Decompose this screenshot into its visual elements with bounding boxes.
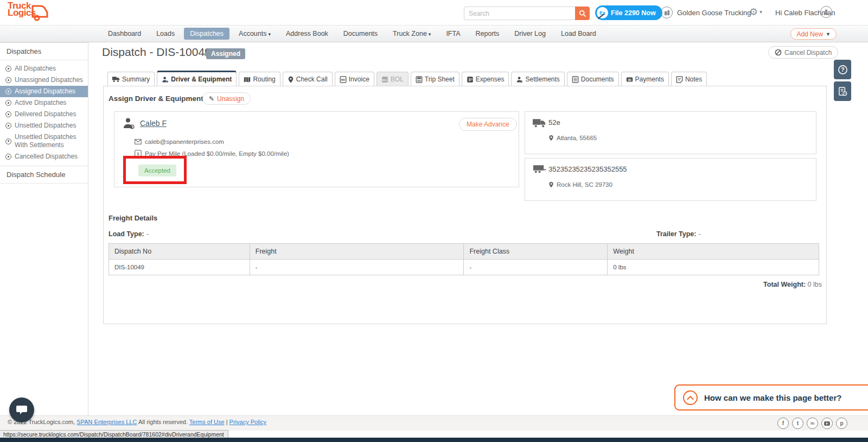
assign-section-heading: Assign Driver & Equipment — [108, 94, 203, 103]
bol-icon: BOL — [381, 76, 388, 83]
tab-documents[interactable]: Documents — [567, 72, 619, 87]
tab-notes[interactable]: Notes — [671, 72, 707, 87]
radio-target-icon — [5, 77, 11, 83]
sidebar-item-unassigned-dispatches[interactable]: Unassigned Dispatches — [0, 74, 88, 86]
search-button[interactable] — [575, 7, 590, 20]
bottom-bar — [0, 438, 868, 442]
tab-payments[interactable]: ($) Payments — [621, 72, 669, 87]
notes-icon — [676, 76, 683, 83]
linkedin-icon[interactable]: in — [807, 418, 818, 429]
trailer-location: Rock Hill, SC 29730 — [557, 181, 612, 188]
cell-dispatch-no: DIS-10049 — [109, 260, 250, 275]
chat-bubble-icon — [16, 405, 28, 415]
make-advance-button[interactable]: Make Advance — [459, 118, 517, 131]
total-weight: Total Weight: 0 lbs — [651, 281, 822, 288]
driver-email: caleb@spanenterprises.com — [145, 138, 224, 145]
nav-truck-zone[interactable]: Truck Zone▾ — [387, 28, 437, 40]
documents-icon — [572, 76, 579, 83]
tab-expenses[interactable]: $ Expenses — [462, 72, 509, 87]
radio-target-icon — [5, 154, 11, 160]
truck-location-row: Atlanta, 55665 — [548, 135, 597, 141]
sidebar-item-all-dispatches[interactable]: All Dispatches — [0, 63, 88, 74]
nav-address-book[interactable]: Address Book — [280, 28, 334, 40]
sidebar-section-dispatch-schedule[interactable]: Dispatch Schedule — [0, 166, 88, 184]
driver-pay-row: $ Pay Per Mile (Loaded $0.00/mile, Empty… — [135, 150, 289, 157]
radio-target-icon — [5, 138, 11, 144]
truck-icon — [533, 118, 546, 128]
sidebar-item-cancelled-dispatches[interactable]: Cancelled Dispatches — [0, 151, 88, 162]
nav-driver-log[interactable]: Driver Log — [508, 28, 552, 40]
driver-name-link[interactable]: Caleb F — [140, 119, 167, 128]
trailer-name[interactable]: 35235235235235352555 — [548, 165, 627, 173]
tab-routing[interactable]: Routing — [239, 72, 280, 87]
sidebar-item-unsettled-with-settlements[interactable]: Unsettled Dispatches With Settlements — [0, 131, 88, 151]
sidebar-item-assigned-dispatches[interactable]: Assigned Dispatches — [0, 86, 88, 97]
span-enterprises-link[interactable]: SPAN Enterprises LLC — [76, 419, 137, 425]
nav-reports[interactable]: Reports — [470, 28, 506, 40]
page-title: Dispatch - DIS-10049 — [102, 46, 211, 59]
tab-driver-equipment[interactable]: Driver & Equipment — [157, 71, 237, 87]
add-new-button[interactable]: Add New ▼ — [790, 28, 837, 40]
facebook-icon[interactable]: f — [777, 418, 789, 429]
status-badge: Assigned — [206, 48, 245, 59]
nav-documents[interactable]: Documents — [337, 28, 384, 40]
chevron-down-icon: ▼ — [826, 31, 831, 37]
history-notes-button[interactable] — [834, 81, 851, 101]
twitter-icon[interactable]: t — [792, 418, 803, 429]
chevron-down-icon: ▾ — [429, 31, 431, 37]
nav-accounts[interactable]: Accounts▾ — [233, 28, 277, 40]
youtube-icon[interactable] — [821, 418, 833, 429]
nav-dispatches[interactable]: Dispatches — [184, 28, 229, 40]
sidebar-item-active-dispatches[interactable]: Active Dispatches — [0, 97, 88, 109]
building-icon — [661, 7, 673, 18]
user-avatar-icon[interactable] — [820, 6, 832, 18]
chat-widget-button[interactable] — [9, 397, 34, 422]
gear-icon: ⚙ — [749, 6, 758, 18]
pay-rate-icon: $ — [135, 150, 142, 157]
tab-check-call[interactable]: Check Call — [283, 72, 333, 87]
nav-dashboard[interactable]: Dashboard — [102, 28, 147, 40]
feedback-banner[interactable]: How can we make this page better? — [674, 384, 868, 411]
social-links: f t in p — [777, 418, 847, 429]
tab-settlements[interactable]: $ Settlements — [511, 72, 564, 87]
tab-invoice[interactable]: INV Invoice — [335, 72, 374, 87]
file-2290-button[interactable]: Ex File 2290 Now — [595, 5, 662, 20]
freight-details-heading: Freight Details — [108, 214, 157, 222]
tab-summary[interactable]: Summary — [107, 72, 155, 87]
truck-name[interactable]: 52e — [548, 118, 560, 127]
help-button[interactable]: ? — [834, 60, 851, 79]
company-switcher[interactable]: Golden Goose Trucking — [661, 7, 751, 18]
svg-text:BOL: BOL — [382, 78, 387, 81]
search-bar — [464, 7, 590, 20]
chevron-up-icon — [683, 390, 698, 405]
radio-target-icon — [5, 123, 11, 129]
cancel-dispatch-button[interactable]: Cancel Dispatch — [768, 46, 838, 59]
driver-status-badge: Accepted — [138, 165, 176, 176]
nav-loads[interactable]: Loads — [150, 28, 181, 40]
sidebar-item-delivered-dispatches[interactable]: Delivered Dispatches — [0, 109, 88, 120]
trailer-type-field: Trailer Type:- — [656, 230, 701, 238]
svg-text:$: $ — [137, 151, 139, 156]
freight-table: Dispatch No Freight Freight Class Weight… — [108, 243, 819, 275]
svg-text:?: ? — [841, 67, 844, 73]
payments-icon: ($) — [626, 76, 633, 83]
trailer-icon — [533, 165, 546, 174]
express-truck-tax-icon: Ex — [597, 7, 608, 18]
invoice-icon: INV — [340, 76, 347, 83]
terms-of-use-link[interactable]: Terms of Use — [189, 419, 225, 425]
search-input[interactable] — [464, 7, 575, 20]
driver-icon — [162, 76, 169, 83]
privacy-policy-link[interactable]: Privacy Policy — [229, 419, 266, 425]
tab-trip-sheet[interactable]: Trip Sheet — [411, 72, 459, 87]
expenses-icon: $ — [467, 76, 474, 83]
pinterest-icon[interactable]: p — [836, 418, 847, 429]
location-pin-icon — [288, 76, 294, 83]
nav-ifta[interactable]: IFTA — [440, 28, 466, 40]
nav-load-board[interactable]: Load Board — [555, 28, 602, 40]
svg-text:$: $ — [469, 78, 471, 82]
sidebar-section-dispatches[interactable]: Dispatches — [0, 42, 88, 60]
freight-table-row: DIS-10049 - - 0 lbs — [109, 260, 819, 275]
sidebar-item-unsettled-dispatches[interactable]: Unsettled Dispatches — [0, 120, 88, 131]
unassign-button[interactable]: ✎ Unassign — [202, 92, 251, 105]
settings-menu[interactable]: ⚙ ▾ — [749, 6, 762, 18]
